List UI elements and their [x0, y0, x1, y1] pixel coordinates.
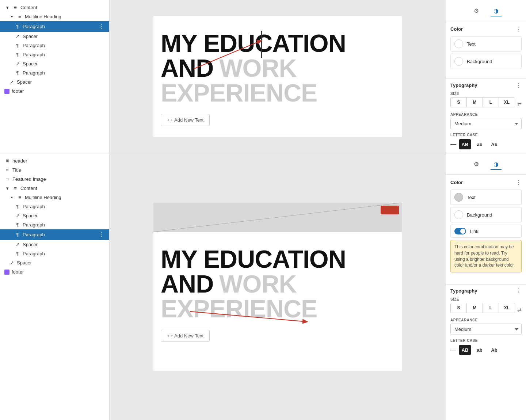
sidebar-item-multiline-heading-top[interactable]: ▾ ≡ Multiline Heading — [0, 12, 109, 21]
typography-more-bottom[interactable]: ⋮ — [516, 287, 522, 294]
lc-dash-bottom[interactable]: — — [450, 347, 456, 353]
svg-line-2 — [153, 203, 402, 232]
link-toggle[interactable] — [454, 228, 466, 234]
sidebar-item-spacer-2-top[interactable]: ↗ Spacer — [0, 59, 109, 68]
color-section-title-bottom: Color — [450, 180, 463, 185]
add-new-text-button-bottom[interactable]: + + Add New Text — [161, 330, 210, 342]
chevron-down-icon: ▾ — [9, 15, 15, 19]
sidebar-item-paragraph-1-bottom[interactable]: ¶ Paragraph — [0, 202, 109, 211]
size-btn-s-top[interactable]: S — [451, 98, 467, 107]
typography-header-bottom: Typography ⋮ — [450, 287, 522, 294]
add-new-text-button-top[interactable]: + + Add New Text — [161, 114, 210, 126]
heading-line-2-top: AND WORK — [161, 56, 394, 80]
lc-lower-top[interactable]: ab — [474, 139, 485, 149]
appearance-select-bottom[interactable]: Medium Light Regular Bold — [450, 324, 522, 335]
list-icon: ≡ — [12, 186, 18, 191]
typography-more-top[interactable]: ⋮ — [516, 82, 522, 89]
sidebar-item-label: Paragraph — [23, 222, 105, 228]
sidebar-item-header-bottom[interactable]: ⊞ header — [0, 156, 109, 165]
color-section-title-top: Color — [450, 26, 463, 32]
size-buttons-bottom: S M L XL — [450, 303, 515, 313]
sidebar-item-featured-image-bottom[interactable]: ▭ Featured Image — [0, 175, 109, 184]
lc-title-bottom[interactable]: Ab — [488, 345, 500, 355]
size-btn-xl-top[interactable]: XL — [499, 98, 515, 107]
sidebar-item-paragraph-1-top[interactable]: ¶ Paragraph ⋮ — [0, 21, 109, 32]
sidebar-item-paragraph-4-top[interactable]: ¶ Paragraph — [0, 68, 109, 77]
color-option-background-bottom[interactable]: Background — [450, 207, 522, 222]
lc-dash-top[interactable]: — — [450, 141, 456, 148]
footer-icon — [4, 89, 9, 94]
sidebar-item-spacer-1-bottom[interactable]: ↗ Spacer — [0, 211, 109, 220]
tab-settings-top[interactable]: ⚙ — [471, 6, 482, 16]
sidebar-item-label: Featured Image — [12, 176, 105, 182]
color-label-background-top: Background — [467, 59, 492, 64]
tab-style-top[interactable]: ◑ — [491, 6, 502, 16]
rp-tabs-bottom: ⚙ ◑ — [446, 158, 526, 175]
color-section-more-top[interactable]: ⋮ — [516, 26, 522, 33]
add-new-text-label: + Add New Text — [171, 117, 203, 123]
color-section-more-bottom[interactable]: ⋮ — [516, 179, 522, 186]
color-circle-background-bottom — [454, 210, 463, 219]
sidebar-item-spacer-3-bottom[interactable]: ↗ Spacer — [0, 258, 109, 267]
heading-line-1-top: MY EDUCATION — [161, 31, 394, 56]
sidebar-item-content-bottom[interactable]: ▾ ≡ Content — [0, 184, 109, 193]
lc-upper-bottom[interactable]: AB — [459, 345, 471, 355]
appearance-label-top: APPEARANCE — [450, 112, 522, 117]
color-option-text-top[interactable]: Text — [450, 36, 522, 51]
sidebar-item-label: Spacer — [23, 213, 105, 218]
sidebar-item-footer-top[interactable]: footer — [0, 87, 109, 96]
color-section-header-top: Color ⋮ — [450, 26, 522, 33]
sidebar-item-label: footer — [12, 269, 105, 275]
sidebar-item-title-bottom[interactable]: ≡ Title — [0, 165, 109, 175]
rp-tabs-top: ⚙ ◑ — [446, 4, 526, 21]
sidebar-item-paragraph-3-top[interactable]: ¶ Paragraph — [0, 50, 109, 59]
list-icon: ≡ — [17, 14, 23, 19]
lc-title-top[interactable]: Ab — [488, 139, 500, 149]
paragraph-icon: ¶ — [15, 204, 20, 209]
tab-style-bottom[interactable]: ◑ — [491, 159, 502, 170]
spacer-icon: ↗ — [9, 260, 15, 266]
sidebar-item-label: Title — [12, 167, 105, 173]
size-btn-m-bottom[interactable]: M — [467, 303, 483, 313]
sidebar-item-footer-bottom[interactable]: footer — [0, 267, 109, 276]
size-btn-m-top[interactable]: M — [467, 98, 483, 107]
sidebar-item-spacer-3-top[interactable]: ↗ Spacer — [0, 77, 109, 87]
typography-section-top: Typography ⋮ SIZE S M L XL ⇄ APPEARANCE … — [446, 82, 526, 153]
color-section-bottom: Color ⋮ Text Background Link — [446, 179, 526, 281]
sidebar-item-multiline-heading-bottom[interactable]: ▾ ≡ Multiline Heading — [0, 193, 109, 202]
more-options-icon[interactable]: ⋮ — [98, 23, 105, 30]
sidebar-item-paragraph-2-top[interactable]: ¶ Paragraph — [0, 41, 109, 50]
warning-text: This color combination may be hard for p… — [454, 244, 515, 268]
typography-header-top: Typography ⋮ — [450, 82, 522, 89]
sidebar-item-label: Spacer — [23, 61, 105, 66]
sidebar-item-spacer-2-bottom[interactable]: ↗ Spacer — [0, 240, 109, 249]
sidebar-item-label: header — [12, 158, 105, 164]
lc-upper-top[interactable]: AB — [459, 139, 471, 149]
size-btn-xl-bottom[interactable]: XL — [499, 303, 515, 313]
appearance-select-top[interactable]: Medium Light Regular Bold — [450, 118, 522, 129]
reset-size-icon-bottom[interactable]: ⇄ — [517, 307, 522, 313]
tab-settings-bottom[interactable]: ⚙ — [471, 159, 482, 170]
reset-size-icon-top[interactable]: ⇄ — [517, 101, 522, 107]
color-label-link-bottom: Link — [470, 229, 479, 234]
color-option-link-bottom[interactable]: Link — [450, 225, 522, 238]
color-option-background-top[interactable]: Background — [450, 54, 522, 69]
footer-icon — [4, 270, 9, 275]
sidebar-item-paragraph-2-bottom[interactable]: ¶ Paragraph — [0, 220, 109, 229]
color-option-text-bottom[interactable]: Text — [450, 190, 522, 205]
size-btn-l-top[interactable]: L — [483, 98, 499, 107]
sidebar-item-paragraph-4-bottom[interactable]: ¶ Paragraph — [0, 249, 109, 258]
size-btn-s-bottom[interactable]: S — [451, 303, 467, 313]
lc-lower-bottom[interactable]: ab — [474, 345, 485, 355]
sidebar-item-paragraph-3-bottom[interactable]: ¶ Paragraph ⋮ — [0, 229, 109, 240]
sidebar-item-spacer-1-top[interactable]: ↗ Spacer — [0, 32, 109, 41]
sidebar-item-label: Paragraph — [23, 52, 105, 57]
color-label-background-bottom: Background — [467, 212, 492, 218]
letter-case-label-bottom: LETTER CASE — [450, 339, 522, 343]
rp-divider-top — [446, 79, 526, 79]
more-options-icon[interactable]: ⋮ — [98, 231, 105, 238]
size-btn-l-bottom[interactable]: L — [483, 303, 499, 313]
sidebar-item-content-top[interactable]: ▾ ≡ Content — [0, 3, 109, 12]
paragraph-icon: ¶ — [15, 222, 20, 228]
sidebar-item-label: Spacer — [23, 34, 105, 39]
